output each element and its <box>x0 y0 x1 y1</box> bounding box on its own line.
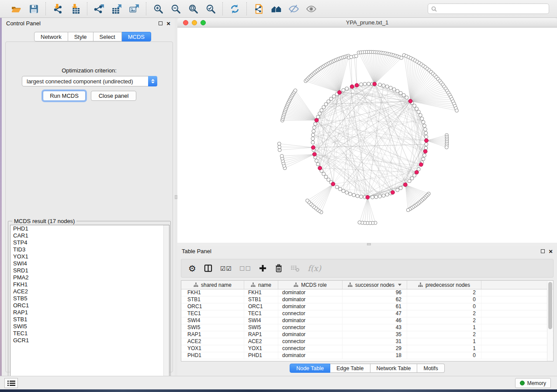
eye-icon[interactable] <box>304 2 318 15</box>
network-node[interactable] <box>324 175 328 179</box>
leaf-node[interactable] <box>280 155 284 158</box>
network-node[interactable] <box>389 86 392 89</box>
network-node[interactable] <box>360 195 363 199</box>
refresh-icon[interactable] <box>228 2 241 15</box>
network-node[interactable] <box>327 100 330 103</box>
network-node[interactable] <box>422 124 426 127</box>
leaf-node[interactable] <box>358 221 361 224</box>
mcds-hub-node[interactable] <box>366 196 370 199</box>
network-node[interactable] <box>314 122 317 126</box>
network-node[interactable] <box>385 193 389 196</box>
mcds-hub-node[interactable] <box>408 99 412 103</box>
network-canvas-area[interactable] <box>177 28 557 243</box>
mcds-result-item[interactable]: GCR1 <box>10 337 169 344</box>
network-node[interactable] <box>342 189 345 193</box>
leaf-node[interactable] <box>278 145 281 149</box>
mcds-hub-node[interactable] <box>419 163 423 167</box>
network-node[interactable] <box>402 93 405 97</box>
close-panel-button[interactable]: Close panel <box>91 91 136 101</box>
zoom-selected-icon[interactable] <box>204 2 217 15</box>
mcds-result-item[interactable]: FKH1 <box>10 281 169 288</box>
network-node[interactable] <box>370 196 374 199</box>
network-node[interactable] <box>363 82 367 86</box>
network-node[interactable] <box>420 117 424 120</box>
mcds-hub-node[interactable] <box>315 118 318 122</box>
tab-node-table[interactable]: Node Table <box>290 364 330 373</box>
network-node[interactable] <box>342 89 345 92</box>
add-icon[interactable] <box>259 264 267 272</box>
search-input[interactable] <box>439 6 546 12</box>
network-node[interactable] <box>396 89 399 93</box>
network-node[interactable] <box>367 82 370 86</box>
network-node[interactable] <box>419 113 422 117</box>
mcds-hub-node[interactable] <box>338 90 342 94</box>
column-header-successor-nodes[interactable]: successor nodes <box>343 281 407 289</box>
network-node[interactable] <box>335 185 339 189</box>
network-node[interactable] <box>312 126 316 129</box>
network-node[interactable] <box>311 137 315 141</box>
node-table[interactable]: shared namenameMCDS rolesuccessor nodesp… <box>181 280 554 361</box>
zoom-out-icon[interactable] <box>169 2 182 15</box>
table-row[interactable]: STB1STB1dominator620 <box>181 296 553 303</box>
tab-edge-table[interactable]: Edge Table <box>330 364 370 373</box>
network-node[interactable] <box>378 195 382 198</box>
network-node[interactable] <box>360 83 363 86</box>
search-box[interactable] <box>428 3 549 14</box>
network-node[interactable] <box>413 174 416 177</box>
table-row[interactable]: FKH1FKH1dominator962 <box>181 289 553 296</box>
mcds-hub-node[interactable] <box>391 190 394 194</box>
houses-icon[interactable] <box>270 2 283 15</box>
network-node[interactable] <box>417 110 420 113</box>
close-panel-icon[interactable]: × <box>549 249 553 253</box>
mcds-result-item[interactable]: RAP1 <box>10 309 169 316</box>
import-network-icon[interactable] <box>51 2 64 15</box>
memory-button[interactable]: Memory <box>515 378 551 388</box>
network-node[interactable] <box>329 97 333 100</box>
network-node[interactable] <box>318 112 322 115</box>
table-row[interactable]: YOX1YOX1connector291 <box>181 345 553 352</box>
leaf-node[interactable] <box>406 208 410 212</box>
zoom-in-icon[interactable] <box>152 2 165 15</box>
network-node[interactable] <box>352 193 356 197</box>
network-node[interactable] <box>332 95 336 98</box>
divider-grip[interactable] <box>367 243 371 245</box>
mcds-hub-node[interactable] <box>423 149 427 153</box>
column-header-MCDS-role[interactable]: MCDS role <box>278 281 343 289</box>
table-row[interactable]: ORC1ORC1dominator610 <box>181 303 553 310</box>
network-node[interactable] <box>396 188 399 192</box>
mcds-result-item[interactable]: YOX1 <box>10 253 169 260</box>
table-row[interactable]: SWI4SWI4dominator462 <box>181 317 553 324</box>
mcds-hub-node[interactable] <box>331 182 335 186</box>
float-panel-icon[interactable] <box>159 21 163 25</box>
mcds-hub-node[interactable] <box>355 83 359 87</box>
network-node[interactable] <box>422 157 425 161</box>
leaf-node[interactable] <box>277 142 281 145</box>
mcds-hub-node[interactable] <box>415 170 419 174</box>
mcds-hub-node[interactable] <box>350 85 354 89</box>
delete-icon[interactable] <box>274 264 283 273</box>
network-node[interactable] <box>345 87 349 90</box>
mcds-result-item[interactable]: TID3 <box>10 246 169 253</box>
mcds-result-item[interactable]: PHD1 <box>10 225 169 232</box>
export-image-icon[interactable] <box>128 2 141 15</box>
network-node[interactable] <box>349 192 352 196</box>
network-node[interactable] <box>374 195 378 199</box>
network-node[interactable] <box>382 194 385 197</box>
network-node[interactable] <box>378 83 382 86</box>
network-node[interactable] <box>399 91 402 95</box>
network-node[interactable] <box>311 141 315 144</box>
document-share-icon[interactable] <box>252 2 265 15</box>
tab-network[interactable]: Network <box>34 32 68 41</box>
network-graph[interactable] <box>177 28 557 243</box>
mcds-list-scrollbar[interactable] <box>163 225 169 380</box>
mcds-result-item[interactable]: ORC1 <box>10 302 169 309</box>
leaf-node[interactable] <box>455 109 459 112</box>
mcds-result-item[interactable]: STB1 <box>10 316 169 323</box>
criterion-dropdown[interactable]: largest connected component (undirected) <box>22 76 157 86</box>
network-node[interactable] <box>324 103 328 106</box>
mcds-result-item[interactable]: STP4 <box>10 239 169 246</box>
network-node[interactable] <box>425 143 428 146</box>
network-node[interactable] <box>320 109 323 112</box>
network-node[interactable] <box>405 96 408 99</box>
network-node[interactable] <box>322 172 325 175</box>
